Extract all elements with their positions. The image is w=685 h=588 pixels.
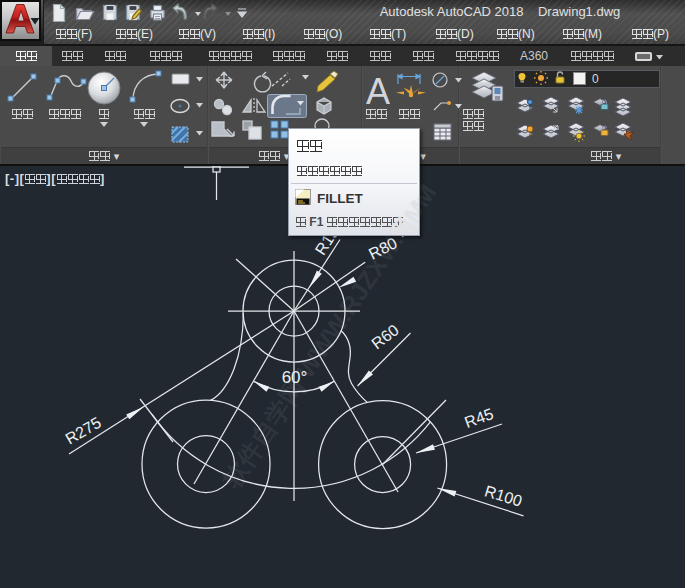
svg-text:R275: R275 <box>62 414 104 448</box>
svg-text:R60: R60 <box>368 321 402 352</box>
svg-text:R100: R100 <box>483 482 525 509</box>
svg-text:0: 0 <box>592 72 599 86</box>
svg-text:A: A <box>366 71 390 112</box>
